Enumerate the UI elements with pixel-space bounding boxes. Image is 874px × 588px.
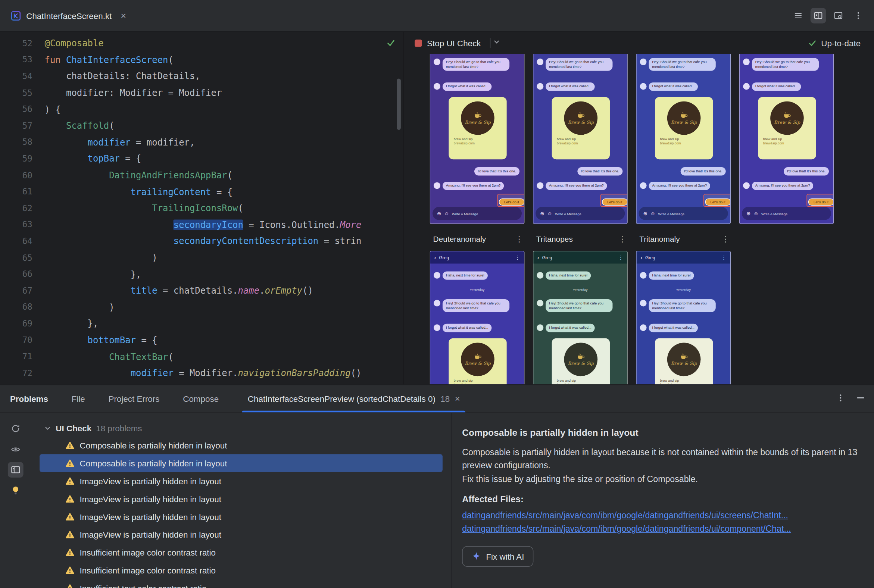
preview-layout-icon[interactable] (830, 8, 846, 24)
code-line[interactable]: 52@Composable (0, 35, 403, 51)
warning-icon (65, 512, 75, 521)
editor-scrollbar[interactable] (397, 79, 401, 130)
chat-preview-phone[interactable]: ‹Greg⋮Haha, next time for sure!Yesterday… (636, 54, 731, 224)
code-line[interactable]: 53fun ChatInterfaceScreen( (0, 51, 403, 68)
message-input: Write A Message (761, 212, 787, 215)
problem-item[interactable]: ImageView is partially hidden in layout (39, 508, 443, 526)
contact-name: Greg (439, 255, 512, 260)
status-label: Up-to-date (821, 38, 860, 47)
message-input: Write A Message (658, 212, 685, 215)
code-line[interactable]: 66 }, (0, 266, 403, 282)
tab-file[interactable]: File (72, 385, 85, 412)
code-line[interactable]: 57 Scaffold( (0, 117, 403, 134)
tab-project-errors[interactable]: Project Errors (109, 385, 160, 412)
chat-bubble: Hey! Should we go to that cafe you menti… (546, 58, 613, 71)
stop-ui-check-button[interactable]: Stop UI Check (410, 35, 485, 51)
code-line[interactable]: 61 trailingContent = { (0, 184, 403, 200)
inspections-ok-icon[interactable] (386, 38, 395, 50)
panel-more-icon[interactable] (836, 393, 845, 404)
chat-preview-phone[interactable]: ‹Greg⋮Haha, next time for sure!Yesterday… (636, 251, 731, 384)
chat-preview-phone[interactable]: ‹Greg⋮Haha, next time for sure!Yesterday… (430, 251, 525, 384)
problem-item[interactable]: ImageView is partially hidden in layout (39, 472, 443, 490)
lightbulb-icon[interactable] (8, 482, 23, 498)
affected-file-link[interactable]: datingandfriends/src/main/java/com/ibm/g… (462, 522, 858, 535)
code-line[interactable]: 63 secondaryIcon = Icons.Outlined.More (0, 216, 403, 233)
tab-compose[interactable]: Compose (183, 385, 219, 412)
details-view-icon[interactable] (8, 462, 23, 478)
file-tab[interactable]: ChatInterfaceScreen.kt × (0, 0, 137, 32)
avatar (743, 83, 750, 90)
problem-text: Insufficient image color contrast ratio (80, 565, 216, 574)
avatar (434, 83, 440, 90)
problem-item[interactable]: Insufficient image color contrast ratio (39, 543, 443, 561)
code-line[interactable]: 73 onAddClick = {} (0, 381, 403, 384)
kebab-icon[interactable]: ⋮ (515, 234, 523, 244)
avatar (537, 58, 544, 65)
code-line[interactable]: 59 topBar = { (0, 151, 403, 167)
hide-panel-icon[interactable] (856, 393, 865, 404)
card-url: brew&sip.com (660, 141, 681, 145)
code-line[interactable]: 69 }, (0, 316, 403, 332)
problem-text: ImageView is partially hidden in layout (80, 494, 221, 503)
tab-close-icon[interactable]: × (120, 11, 126, 20)
chat-bubble: Hey! Should we go to that cafe you menti… (752, 58, 819, 71)
chat-bubble: Amazing, I'll see you there at 2pm? (649, 182, 710, 190)
code-line[interactable]: 71 ChatTextBar( (0, 348, 403, 365)
code-line[interactable]: 56) { (0, 101, 403, 117)
card-url: brew&sip.com (763, 141, 784, 145)
chat-preview-phone[interactable]: ‹Greg⋮Haha, next time for sure!Yesterday… (739, 54, 834, 224)
message-bar: ⊕☺Write A Message (432, 207, 522, 220)
problem-item[interactable]: Insufficient text color contrast ratio (39, 579, 443, 588)
chevron-down-icon[interactable] (493, 38, 500, 48)
problem-item[interactable]: Composable is partially hidden in layout (39, 436, 443, 454)
code-line[interactable]: 55 modifier: Modifier = Modifier (0, 85, 403, 101)
code-line[interactable]: 70 bottomBar = { (0, 332, 403, 348)
structure-menu-icon[interactable] (790, 8, 806, 24)
code-line[interactable]: 62 TrailingIconsRow( (0, 200, 403, 216)
ai-sparkle-icon (472, 552, 481, 561)
preview-appbar: ‹Greg⋮ (637, 252, 730, 264)
problem-item[interactable]: ImageView is partially hidden in layout (39, 525, 443, 543)
preview-cell: ‹Greg⋮Haha, next time for sure!Yesterday… (533, 54, 629, 224)
coffee-logo-circle: Brew & Sip (461, 343, 494, 376)
chat-preview-phone[interactable]: ‹Greg⋮Haha, next time for sure!Yesterday… (533, 251, 628, 384)
kebab-icon[interactable]: ⋮ (721, 234, 730, 244)
affected-files-label: Affected Files: (462, 494, 858, 504)
preview-cell: ‹Greg⋮Haha, next time for sure!Yesterday… (430, 54, 526, 224)
code-line[interactable]: 67 title = chatDetails.name.orEmpty() (0, 282, 403, 299)
chat-preview-phone[interactable]: ‹Greg⋮Haha, next time for sure!Yesterday… (533, 54, 628, 224)
problems-tab-bar: Problems File Project Errors Compose Cha… (0, 385, 874, 413)
code-line[interactable]: 54 chatDetails: ChatDetails, (0, 68, 403, 84)
code-line[interactable]: 65 ) (0, 250, 403, 266)
coffee-logo-circle: Brew & Sip (461, 102, 494, 135)
avatar (640, 300, 647, 307)
chat-bubble: Hey! Should we go to that cafe you menti… (546, 299, 613, 312)
preview-eye-icon[interactable] (8, 441, 23, 457)
problem-item[interactable]: Insufficient image color contrast ratio (39, 561, 443, 579)
chat-bubble: Haha, next time for sure! (443, 271, 488, 279)
code-line[interactable]: 64 secondaryContentDescription = strin (0, 233, 403, 250)
affected-file-link[interactable]: datingandfriends/src/main/java/com/ibm/g… (462, 509, 858, 522)
message-bar: ⊕☺Write A Message (639, 207, 728, 220)
code-editor[interactable]: 52@Composable53fun ChatInterfaceScreen(5… (0, 32, 403, 384)
chat-bubble: I forgot what it was called... (443, 82, 491, 91)
refresh-icon[interactable] (8, 421, 23, 436)
more-options-icon[interactable] (850, 8, 866, 24)
kebab-icon[interactable]: ⋮ (618, 234, 626, 244)
ui-check-group[interactable]: UI Check 18 problems (31, 420, 452, 436)
code-line[interactable]: 60 DatingAndFriendsAppBar( (0, 167, 403, 184)
chat-bubble: Amazing, I'll see you there at 2pm? (443, 182, 504, 190)
problem-item[interactable]: Composable is partially hidden in layout (39, 454, 443, 472)
fix-with-ai-button[interactable]: Fix with AI (462, 546, 534, 567)
tab-close-icon[interactable]: × (455, 394, 460, 404)
brand-name: Brew & Sip (671, 361, 697, 366)
problem-item[interactable]: ImageView is partially hidden in layout (39, 490, 443, 508)
code-line[interactable]: 68 ) (0, 299, 403, 315)
tab-ui-check-preview[interactable]: ChatInterfaceScreenPreview (sortedChatDe… (242, 385, 466, 412)
preview-cell: ‹Greg⋮Haha, next time for sure!Yesterday… (636, 54, 732, 224)
chat-preview-phone[interactable]: ‹Greg⋮Haha, next time for sure!Yesterday… (430, 54, 525, 224)
chat-bubble: Hey! Should we go to that cafe you menti… (649, 58, 716, 71)
code-line[interactable]: 72 modifier = Modifier.navigationBarsPad… (0, 365, 403, 381)
code-line[interactable]: 58 modifier = modifier, (0, 134, 403, 150)
split-editor-icon[interactable] (811, 8, 826, 24)
